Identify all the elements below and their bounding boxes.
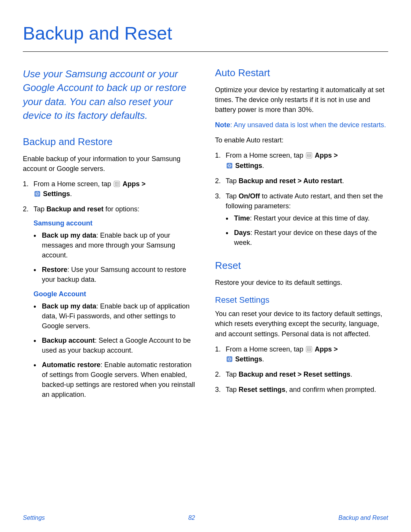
auto-step-1: From a Home screen, tap Apps > Settings. [215,150,388,170]
backup-reset-label: Backup and reset [46,205,104,213]
bullet-title: Back up my data [42,232,96,239]
apps-icon [306,152,312,158]
bullet-title: Back up my data [42,302,96,310]
intro-text: Use your Samsung account or your Google … [23,67,196,123]
auto-restart-note: Note: Any unsaved data is lost when the … [215,120,388,130]
period: . [350,371,352,378]
list-item: Days: Restart your device on these days … [226,228,388,248]
apps-label: Apps [315,345,332,353]
bullet-title: Restore [42,266,67,273]
step-text: Tap [226,386,239,393]
list-item: Time: Restart your device at this time o… [226,213,388,223]
backup-step-1: From a Home screen, tap Apps > Settings. [23,179,196,199]
gt: > [332,345,338,353]
samsung-bullets: Back up my data: Enable back up of your … [33,230,196,284]
backup-steps: From a Home screen, tap Apps > Settings.… [23,179,196,214]
google-account-block: Google Account Back up my data: Enable b… [33,290,196,400]
list-item: Automatic restore: Enable automatic rest… [33,360,196,399]
title-divider [23,51,388,52]
list-item: Back up my data: Enable back up of your … [33,230,196,260]
period: . [342,177,344,185]
note-text: : Any unsaved data is lost when the devi… [230,121,386,129]
step-text: From a Home screen, tap [226,345,305,353]
reset-step-1: From a Home screen, tap Apps > Settings. [215,344,388,364]
content-columns: Use your Samsung account or your Google … [23,67,388,405]
reset-steps: From a Home screen, tap Apps > Settings.… [215,344,388,395]
auto-params: Time: Restart your device at this time o… [226,213,388,248]
path: Backup and reset > Auto restart [239,177,342,185]
page-title: Backup and Reset [23,23,388,44]
settings-icon [226,356,233,362]
bullet-text: : Restart your device on these days of t… [234,229,377,246]
auto-restart-heading: Auto Restart [215,67,388,79]
backup-restore-desc: Enable backup of your information to you… [23,154,196,174]
step-text: Tap [226,371,239,378]
settings-label: Settings [235,162,262,169]
left-column: Use your Samsung account or your Google … [23,67,196,405]
samsung-account-block: Samsung account Back up my data: Enable … [33,219,196,284]
step-text: From a Home screen, tap [33,180,113,188]
list-item: Back up my data: Enable back up of appli… [33,301,196,331]
path: Backup and reset > Reset settings [239,371,350,378]
footer-right: Backup and Reset [338,514,388,521]
apps-label: Apps [123,180,140,188]
step-text: for options: [104,205,139,213]
gt: > [332,152,338,159]
footer-page-number: 82 [188,514,195,521]
reset-desc: Restore your device to its default setti… [215,278,388,288]
list-item: Backup account: Select a Google Account … [33,335,196,355]
enable-lead: To enable Auto restart: [215,135,388,145]
note-label: Note [215,121,230,129]
reset-settings-desc: You can reset your device to its factory… [215,309,388,339]
period: . [262,162,264,169]
apps-label: Apps [315,152,332,159]
bullet-text: : Restart your device at this time of da… [250,214,370,222]
reset-step-2: Tap Backup and reset > Reset settings. [215,369,388,379]
bullet-title: Days [234,229,250,236]
backup-step-2: Tap Backup and reset for options: [23,204,196,214]
right-column: Auto Restart Optimize your device by res… [215,67,388,405]
google-bullets: Back up my data: Enable back up of appli… [33,301,196,400]
step-text: From a Home screen, tap [226,152,305,159]
google-account-heading: Google Account [33,290,196,298]
bullet-title: Backup account [42,337,95,344]
reset-settings-action: Reset settings [239,386,285,393]
settings-icon [226,163,233,169]
apps-icon [306,346,312,352]
bullet-title: Automatic restore [42,361,100,369]
settings-label: Settings [235,355,262,363]
reset-settings-heading: Reset Settings [215,295,388,305]
reset-step-3: Tap Reset settings, and confirm when pro… [215,385,388,395]
bullet-title: Time [234,214,250,222]
samsung-account-heading: Samsung account [33,219,196,227]
auto-step-2: Tap Backup and reset > Auto restart. [215,176,388,186]
footer-left: Settings [23,514,45,521]
apps-icon [114,181,120,187]
gt: > [140,180,146,188]
period: . [262,355,264,363]
step-text: , and confirm when prompted. [285,386,376,393]
page-footer: Settings 82 Backup and Reset [23,514,388,521]
auto-steps: From a Home screen, tap Apps > Settings.… [215,150,388,248]
step-text: Tap [226,192,239,200]
period: . [70,190,72,198]
backup-restore-heading: Backup and Restore [23,136,196,148]
settings-icon [34,191,40,197]
step-text: Tap [33,205,46,213]
auto-restart-desc: Optimize your device by restarting it au… [215,85,388,115]
list-item: Restore: Use your Samsung account to res… [33,265,196,284]
auto-step-3: Tap On/Off to activate Auto restart, and… [215,191,388,248]
onoff: On/Off [239,192,260,200]
reset-heading: Reset [215,260,388,272]
settings-label: Settings [43,190,70,198]
step-text: Tap [226,177,239,185]
